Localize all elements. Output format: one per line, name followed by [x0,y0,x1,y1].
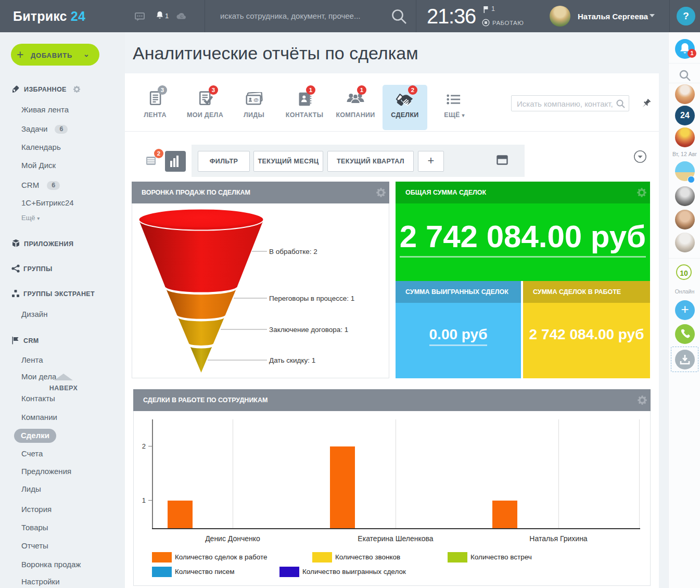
svg-text:Переговоры в процессе: 1: Переговоры в процессе: 1 [269,295,354,302]
svg-text:Дать скидку: 1: Дать скидку: 1 [269,356,315,364]
svg-text:Заключение договора: 1: Заключение договора: 1 [269,326,348,334]
svg-text:@: @ [253,97,259,103]
svg-text:В обработке: 2: В обработке: 2 [269,248,317,255]
